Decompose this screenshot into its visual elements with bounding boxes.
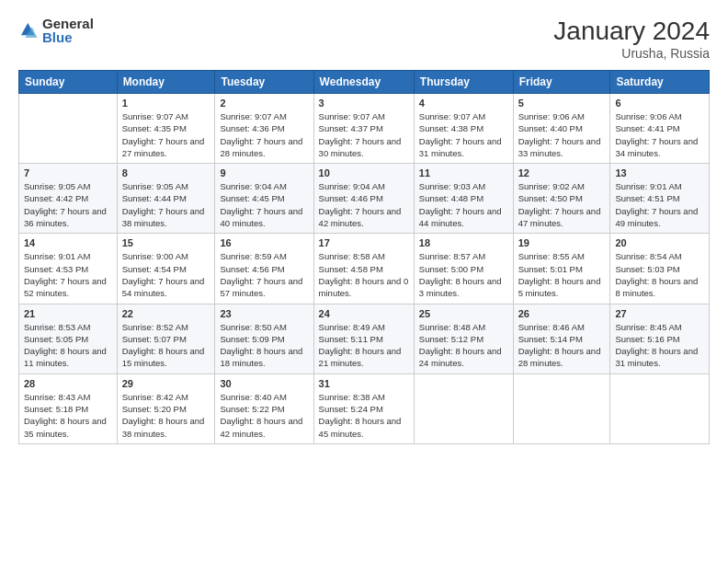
logo-general: General (42, 17, 94, 30)
day-info: Sunrise: 8:49 AMSunset: 5:11 PMDaylight:… (319, 321, 409, 370)
day-number: 8 (122, 167, 210, 178)
day-cell: 8Sunrise: 9:05 AMSunset: 4:44 PMDaylight… (117, 164, 215, 234)
col-tuesday: Tuesday (215, 71, 313, 94)
day-cell: 16Sunrise: 8:59 AMSunset: 4:56 PMDayligh… (215, 234, 313, 304)
day-info: Sunrise: 8:42 AMSunset: 5:20 PMDaylight:… (122, 391, 210, 440)
day-number: 20 (615, 237, 704, 248)
day-cell: 18Sunrise: 8:57 AMSunset: 5:00 PMDayligh… (414, 234, 513, 304)
day-cell: 6Sunrise: 9:06 AMSunset: 4:41 PMDaylight… (610, 94, 710, 164)
day-cell: 13Sunrise: 9:01 AMSunset: 4:51 PMDayligh… (610, 164, 710, 234)
day-cell: 30Sunrise: 8:40 AMSunset: 5:22 PMDayligh… (215, 373, 313, 443)
day-info: Sunrise: 9:05 AMSunset: 4:42 PMDaylight:… (24, 180, 112, 229)
day-info: Sunrise: 9:06 AMSunset: 4:40 PMDaylight:… (518, 110, 606, 159)
day-cell: 4Sunrise: 9:07 AMSunset: 4:38 PMDaylight… (414, 94, 513, 164)
day-number: 23 (220, 308, 308, 319)
day-number: 30 (220, 378, 308, 389)
day-number: 3 (319, 98, 409, 109)
day-info: Sunrise: 9:02 AMSunset: 4:50 PMDaylight:… (518, 180, 606, 229)
day-number: 9 (220, 167, 308, 178)
day-info: Sunrise: 9:03 AMSunset: 4:48 PMDaylight:… (419, 180, 508, 229)
day-info: Sunrise: 9:07 AMSunset: 4:37 PMDaylight:… (319, 110, 409, 159)
day-info: Sunrise: 8:54 AMSunset: 5:03 PMDaylight:… (615, 250, 704, 299)
day-cell: 19Sunrise: 8:55 AMSunset: 5:01 PMDayligh… (513, 234, 610, 304)
day-cell: 12Sunrise: 9:02 AMSunset: 4:50 PMDayligh… (513, 164, 610, 234)
header-row: Sunday Monday Tuesday Wednesday Thursday… (19, 71, 710, 94)
col-monday: Monday (117, 71, 215, 94)
day-info: Sunrise: 8:57 AMSunset: 5:00 PMDaylight:… (419, 250, 508, 299)
day-cell: 17Sunrise: 8:58 AMSunset: 4:58 PMDayligh… (313, 234, 414, 304)
calendar-header: Sunday Monday Tuesday Wednesday Thursday… (19, 71, 710, 94)
day-number: 2 (220, 98, 308, 109)
day-cell: 25Sunrise: 8:48 AMSunset: 5:12 PMDayligh… (414, 304, 513, 373)
day-info: Sunrise: 8:52 AMSunset: 5:07 PMDaylight:… (122, 321, 210, 370)
day-cell: 27Sunrise: 8:45 AMSunset: 5:16 PMDayligh… (610, 304, 710, 373)
week-row: 7Sunrise: 9:05 AMSunset: 4:42 PMDaylight… (19, 164, 710, 234)
day-info: Sunrise: 9:04 AMSunset: 4:46 PMDaylight:… (319, 180, 409, 229)
day-info: Sunrise: 8:40 AMSunset: 5:22 PMDaylight:… (220, 391, 308, 440)
day-cell (513, 373, 610, 443)
day-cell: 9Sunrise: 9:04 AMSunset: 4:45 PMDaylight… (215, 164, 313, 234)
calendar-body: 1Sunrise: 9:07 AMSunset: 4:35 PMDaylight… (19, 94, 710, 444)
day-cell (610, 373, 710, 443)
page-header: General Blue January 2024 Urusha, Russia (18, 17, 710, 61)
calendar-page: General Blue January 2024 Urusha, Russia… (0, 0, 728, 563)
day-cell: 24Sunrise: 8:49 AMSunset: 5:11 PMDayligh… (313, 304, 414, 373)
day-number: 17 (319, 237, 409, 248)
calendar-table: Sunday Monday Tuesday Wednesday Thursday… (18, 70, 710, 444)
day-number: 10 (319, 167, 409, 178)
day-number: 25 (419, 308, 508, 319)
day-info: Sunrise: 9:07 AMSunset: 4:36 PMDaylight:… (220, 110, 308, 159)
day-info: Sunrise: 9:06 AMSunset: 4:41 PMDaylight:… (615, 110, 704, 159)
day-cell: 20Sunrise: 8:54 AMSunset: 5:03 PMDayligh… (610, 234, 710, 304)
day-info: Sunrise: 9:07 AMSunset: 4:35 PMDaylight:… (122, 110, 210, 159)
day-cell: 23Sunrise: 8:50 AMSunset: 5:09 PMDayligh… (215, 304, 313, 373)
day-info: Sunrise: 8:38 AMSunset: 5:24 PMDaylight:… (319, 391, 409, 440)
day-number: 11 (419, 167, 508, 178)
day-number: 19 (518, 237, 606, 248)
day-info: Sunrise: 8:45 AMSunset: 5:16 PMDaylight:… (615, 321, 704, 370)
week-row: 21Sunrise: 8:53 AMSunset: 5:05 PMDayligh… (19, 304, 710, 373)
day-number: 21 (24, 308, 112, 319)
day-info: Sunrise: 8:53 AMSunset: 5:05 PMDaylight:… (24, 321, 112, 370)
day-number: 15 (122, 237, 210, 248)
day-number: 31 (319, 378, 409, 389)
day-info: Sunrise: 8:48 AMSunset: 5:12 PMDaylight:… (419, 321, 508, 370)
logo-icon (18, 20, 39, 40)
col-friday: Friday (513, 71, 610, 94)
day-number: 7 (24, 167, 112, 178)
day-cell (414, 373, 513, 443)
day-number: 13 (615, 167, 704, 178)
day-cell (19, 94, 118, 164)
day-info: Sunrise: 8:58 AMSunset: 4:58 PMDaylight:… (319, 250, 409, 299)
day-number: 22 (122, 308, 210, 319)
day-info: Sunrise: 9:04 AMSunset: 4:45 PMDaylight:… (220, 180, 308, 229)
day-number: 16 (220, 237, 308, 248)
day-info: Sunrise: 9:01 AMSunset: 4:51 PMDaylight:… (615, 180, 704, 229)
logo-blue: Blue (42, 30, 94, 44)
day-cell: 22Sunrise: 8:52 AMSunset: 5:07 PMDayligh… (117, 304, 215, 373)
month-title: January 2024 (553, 17, 710, 46)
day-info: Sunrise: 8:55 AMSunset: 5:01 PMDaylight:… (518, 250, 606, 299)
day-cell: 28Sunrise: 8:43 AMSunset: 5:18 PMDayligh… (19, 373, 118, 443)
day-cell: 3Sunrise: 9:07 AMSunset: 4:37 PMDaylight… (313, 94, 414, 164)
day-info: Sunrise: 8:43 AMSunset: 5:18 PMDaylight:… (24, 391, 112, 440)
day-cell: 10Sunrise: 9:04 AMSunset: 4:46 PMDayligh… (313, 164, 414, 234)
day-cell: 26Sunrise: 8:46 AMSunset: 5:14 PMDayligh… (513, 304, 610, 373)
day-cell: 5Sunrise: 9:06 AMSunset: 4:40 PMDaylight… (513, 94, 610, 164)
day-number: 14 (24, 237, 112, 248)
day-number: 26 (518, 308, 606, 319)
day-number: 4 (419, 98, 508, 109)
day-number: 6 (615, 98, 704, 109)
day-number: 1 (122, 98, 210, 109)
day-info: Sunrise: 9:01 AMSunset: 4:53 PMDaylight:… (24, 250, 112, 299)
day-number: 5 (518, 98, 606, 109)
day-cell: 14Sunrise: 9:01 AMSunset: 4:53 PMDayligh… (19, 234, 118, 304)
col-thursday: Thursday (414, 71, 513, 94)
location: Urusha, Russia (553, 46, 710, 61)
day-info: Sunrise: 9:05 AMSunset: 4:44 PMDaylight:… (122, 180, 210, 229)
week-row: 1Sunrise: 9:07 AMSunset: 4:35 PMDaylight… (19, 94, 710, 164)
day-number: 29 (122, 378, 210, 389)
day-info: Sunrise: 9:00 AMSunset: 4:54 PMDaylight:… (122, 250, 210, 299)
day-cell: 2Sunrise: 9:07 AMSunset: 4:36 PMDaylight… (215, 94, 313, 164)
day-number: 24 (319, 308, 409, 319)
